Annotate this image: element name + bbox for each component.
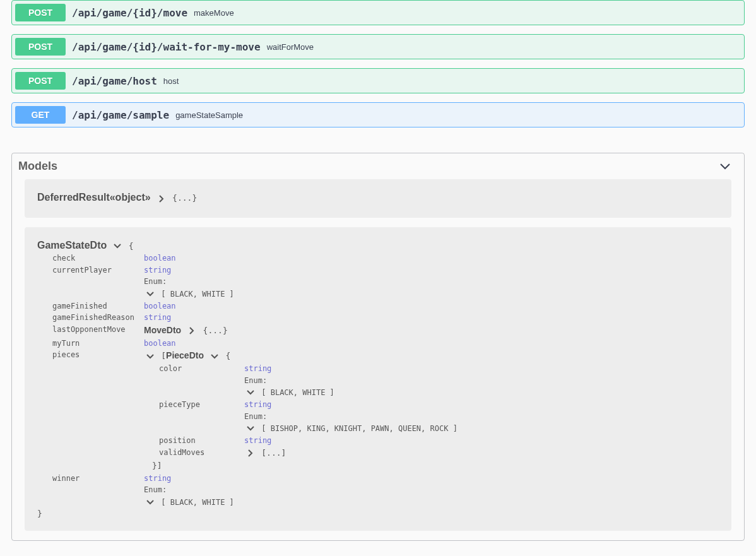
prop-type: string (244, 436, 271, 445)
enum-values: [ BISHOP, KING, KNIGHT, PAWN, QUEEN, ROC… (261, 424, 458, 433)
collapsed-preview: {...} (203, 326, 228, 335)
model-ref: MoveDto (144, 325, 181, 335)
endpoint-summary: gameStateSample (175, 110, 243, 120)
endpoint-row[interactable]: GET /api/game/sample gameStateSample (11, 102, 745, 127)
enum-values: [ BLACK, WHITE ] (161, 497, 234, 506)
prop-type: boolean (144, 302, 176, 311)
prop-name: position (159, 435, 244, 447)
method-badge: POST (15, 4, 66, 21)
model-box-deferred[interactable]: DeferredResult«object» {...} (25, 179, 731, 218)
model-properties-table: color string Enum: [ BLACK, WHITE ] (159, 363, 462, 459)
model-box-gamestate: GameStateDto { check boolean currentPlay… (25, 227, 731, 531)
table-row: validMoves [...] (159, 447, 462, 460)
table-row: pieces [PieceDto { (52, 349, 466, 472)
chevron-down-icon[interactable] (244, 386, 257, 399)
endpoint-summary: waitForMove (267, 42, 314, 52)
chevron-down-icon (719, 160, 731, 173)
brace-close: }] (144, 461, 162, 470)
table-row: gameFinished boolean (52, 300, 466, 312)
table-row: lastOpponentMove MoveDto {...} (52, 324, 466, 338)
endpoint-summary: makeMove (194, 8, 234, 18)
prop-type: string (244, 400, 271, 409)
brace-open: { (129, 241, 134, 251)
table-row: myTurn boolean (52, 338, 466, 350)
prop-name: currentPlayer (52, 264, 144, 300)
chevron-down-icon[interactable] (144, 496, 157, 509)
table-row: gameFinishedReason string (52, 312, 466, 324)
models-section: Models DeferredResult«object» {...} Game… (11, 153, 745, 541)
endpoint-row[interactable]: POST /api/game/{id}/move makeMove (11, 0, 745, 25)
enum-label: Enum: (244, 412, 267, 421)
chevron-right-icon[interactable] (244, 447, 257, 459)
brace-open: { (225, 351, 230, 360)
endpoint-row[interactable]: POST /api/game/{id}/wait-for-my-move wai… (11, 34, 745, 59)
prop-name: lastOpponentMove (52, 324, 144, 338)
collapsed-preview: {...} (172, 193, 197, 203)
chevron-right-icon[interactable] (186, 324, 198, 337)
endpoint-path: /api/game/sample (66, 109, 175, 121)
array-open: [ (161, 351, 166, 360)
prop-name: myTurn (52, 338, 144, 350)
enum-values: [ BLACK, WHITE ] (161, 289, 234, 298)
enum-label: Enum: (144, 485, 167, 494)
endpoint-path: /api/game/{id}/wait-for-my-move (66, 41, 267, 53)
prop-name: validMoves (159, 447, 244, 460)
models-header[interactable]: Models (12, 153, 744, 179)
method-badge: POST (15, 38, 66, 56)
endpoint-path: /api/game/{id}/move (66, 7, 194, 19)
model-ref: PieceDto (166, 350, 204, 360)
prop-type: string (144, 313, 171, 322)
prop-name: winner (52, 473, 144, 509)
chevron-down-icon[interactable] (244, 422, 257, 435)
chevron-down-icon[interactable] (111, 240, 124, 252)
chevron-down-icon[interactable] (144, 288, 157, 300)
prop-name: gameFinished (52, 300, 144, 312)
prop-type: boolean (144, 339, 176, 348)
enum-values: [ BLACK, WHITE ] (261, 388, 334, 397)
table-row: winner string Enum: [ BLACK, WHITE ] (52, 473, 466, 509)
collapsed-preview: [...] (261, 448, 286, 458)
model-name: DeferredResult«object» (37, 192, 151, 203)
prop-type: string (144, 266, 171, 275)
prop-name: check (52, 252, 144, 264)
prop-type: string (144, 474, 171, 483)
endpoint-summary: host (163, 76, 179, 86)
chevron-down-icon[interactable] (208, 350, 221, 363)
chevron-right-icon[interactable] (155, 192, 168, 205)
method-badge: POST (15, 72, 66, 90)
models-title: Models (18, 160, 57, 173)
model-name: GameStateDto (37, 240, 107, 251)
endpoint-row[interactable]: POST /api/game/host host (11, 68, 745, 93)
enum-label: Enum: (144, 277, 167, 286)
enum-label: Enum: (244, 376, 267, 385)
table-row: color string Enum: [ BLACK, WHITE ] (159, 363, 462, 399)
prop-type: string (244, 364, 271, 373)
model-properties-table: check boolean currentPlayer string Enum:… (52, 252, 466, 509)
table-row: check boolean (52, 252, 466, 264)
prop-type: boolean (144, 254, 176, 263)
chevron-down-icon[interactable] (144, 350, 157, 363)
prop-name: color (159, 363, 244, 399)
table-row: pieceType string Enum: [ BISHOP, KING, K… (159, 399, 462, 435)
table-row: currentPlayer string Enum: [ BLACK, WHIT… (52, 264, 466, 300)
prop-name: pieces (52, 349, 144, 472)
table-row: position string (159, 435, 462, 447)
prop-name: gameFinishedReason (52, 312, 144, 324)
prop-name: pieceType (159, 399, 244, 435)
brace-close: } (37, 509, 42, 518)
endpoint-path: /api/game/host (66, 75, 163, 87)
method-badge: GET (15, 106, 66, 124)
